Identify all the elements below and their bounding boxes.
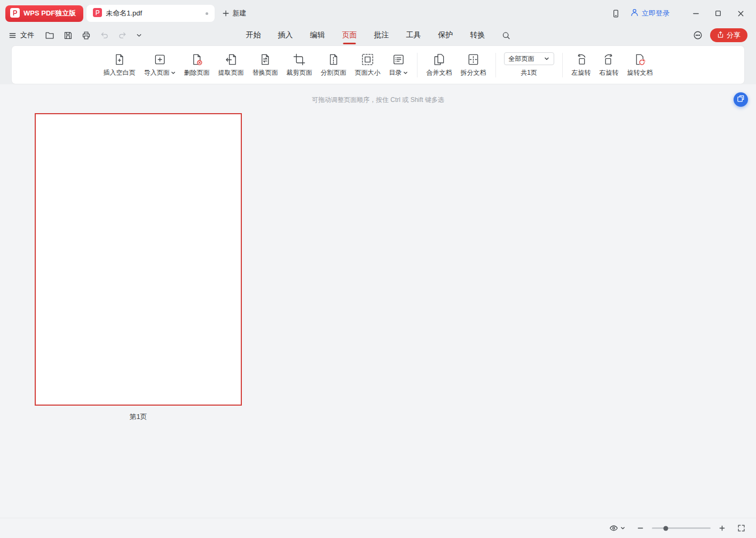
print-icon[interactable]: [82, 31, 91, 40]
tab-annotate[interactable]: 批注: [374, 28, 390, 42]
share-label: 分享: [727, 30, 741, 40]
menubar: 文件 开始 插入 编辑 页面: [0, 27, 756, 44]
undo-icon[interactable]: [100, 31, 109, 40]
ribbon-button-extract-pages[interactable]: 提取页面: [214, 50, 248, 80]
wps-pdf-logo-icon: [10, 8, 20, 19]
ribbon-button-replace-pages[interactable]: 替换页面: [248, 50, 282, 80]
extract-pages-icon: [224, 53, 238, 66]
tab-protect[interactable]: 保护: [438, 28, 454, 42]
app-window: WPS PDF独立版 未命名1.pdf 新建 立即登录: [0, 0, 756, 538]
person-icon: [630, 8, 639, 19]
ribbon-button-delete-pages[interactable]: 删除页面: [180, 50, 214, 80]
ribbon-button-import-pages[interactable]: 导入页面: [140, 50, 180, 80]
view-mode-button[interactable]: [609, 524, 625, 533]
page-range-group: 全部页面 共1页: [501, 52, 557, 77]
app-badge-label: WPS PDF独立版: [23, 9, 76, 18]
document-tab[interactable]: 未命名1.pdf: [86, 5, 215, 22]
minimize-button[interactable]: [688, 5, 704, 21]
zoom-slider-handle[interactable]: [664, 526, 668, 531]
document-tab-title: 未命名1.pdf: [106, 9, 202, 18]
drag-hint-text: 可拖动调整页面顺序，按住 Ctrl 或 Shift 键多选: [0, 96, 756, 105]
ribbon-divider: [562, 53, 563, 77]
ribbon-button-toc[interactable]: 目录: [385, 50, 412, 80]
ribbon-divider: [417, 53, 418, 77]
ribbon-button-rotate-left[interactable]: 左旋转: [568, 50, 595, 80]
page-thumbnail[interactable]: [35, 113, 242, 406]
page-size-icon: [361, 53, 374, 66]
rotate-right-icon: [602, 53, 616, 66]
ribbon-button-split-pages[interactable]: 分割页面: [317, 50, 351, 80]
close-button[interactable]: [733, 5, 749, 21]
more-settings-icon[interactable]: [693, 30, 703, 40]
share-button[interactable]: 分享: [710, 28, 747, 42]
zoom-out-icon[interactable]: [637, 525, 644, 532]
crop-pages-icon: [293, 53, 306, 66]
quick-toolbar: [45, 30, 142, 40]
merge-documents-icon: [432, 53, 446, 66]
ribbon-button-page-size[interactable]: 页面大小: [351, 50, 385, 80]
hamburger-icon: [9, 31, 17, 39]
redo-icon[interactable]: [118, 31, 127, 40]
ribbon-button-insert-blank-page[interactable]: 插入空白页: [99, 50, 140, 80]
split-documents-icon: [467, 53, 480, 66]
page-thumbnail-label: 第1页: [35, 412, 242, 422]
save-icon[interactable]: [64, 31, 73, 40]
statusbar: [0, 518, 756, 538]
login-label: 立即登录: [642, 9, 670, 18]
titlebar: WPS PDF独立版 未命名1.pdf 新建 立即登录: [0, 0, 756, 27]
zoom-controls: [637, 525, 726, 532]
maximize-button[interactable]: [710, 5, 726, 21]
new-tab-button[interactable]: 新建: [222, 9, 246, 18]
chevron-down-icon: [544, 56, 549, 61]
tab-insert[interactable]: 插入: [278, 28, 294, 42]
rotate-left-icon: [574, 53, 588, 66]
chevron-down-icon: [620, 526, 625, 531]
table-of-contents-icon: [392, 53, 405, 66]
panel-icon: [737, 94, 745, 105]
ribbon-divider: [495, 53, 496, 77]
share-icon: [717, 31, 724, 39]
unsaved-dot: [206, 12, 208, 15]
eye-icon: [609, 524, 618, 533]
app-badge[interactable]: WPS PDF独立版: [5, 5, 83, 22]
menu-tabs: 开始 插入 编辑 页面 批注 工具 保护 转换: [246, 28, 511, 42]
ribbon: 插入空白页 导入页面 删除页面 提取页面: [11, 45, 745, 84]
tab-edit[interactable]: 编辑: [310, 28, 326, 42]
ribbon-button-split-documents[interactable]: 拆分文档: [456, 50, 491, 80]
mobile-view-icon[interactable]: [611, 9, 620, 18]
new-tab-label: 新建: [232, 9, 246, 18]
zoom-in-icon[interactable]: [719, 525, 726, 532]
tab-convert[interactable]: 转换: [470, 28, 486, 42]
split-pages-icon: [327, 53, 340, 66]
ribbon-button-merge-documents[interactable]: 合并文档: [422, 50, 456, 80]
file-menu-label: 文件: [20, 30, 34, 40]
page-range-select[interactable]: 全部页面: [504, 52, 554, 65]
rotate-document-icon: [633, 53, 647, 66]
menubar-right: 分享: [693, 28, 747, 42]
tab-tools[interactable]: 工具: [406, 28, 422, 42]
ribbon-button-crop-pages[interactable]: 裁剪页面: [282, 50, 317, 80]
ribbon-button-rotate-document[interactable]: 旋转文档: [623, 50, 657, 80]
fullscreen-icon[interactable]: [737, 524, 745, 532]
page-organizer-canvas[interactable]: 可拖动调整页面顺序，按住 Ctrl 或 Shift 键多选 第1页: [0, 84, 756, 518]
toolbar-chevron-down-icon[interactable]: [136, 33, 142, 38]
tab-page[interactable]: 页面: [342, 28, 358, 42]
search-icon[interactable]: [502, 31, 511, 40]
ribbon-wrap: 插入空白页 导入页面 删除页面 提取页面: [0, 44, 756, 84]
file-menu-button[interactable]: 文件: [9, 30, 34, 40]
zoom-slider[interactable]: [652, 527, 711, 529]
ribbon-button-rotate-right[interactable]: 右旋转: [595, 50, 623, 80]
chevron-down-icon: [171, 70, 176, 75]
pdf-file-icon: [93, 8, 102, 19]
insert-blank-page-icon: [113, 53, 126, 66]
replace-pages-icon: [258, 53, 272, 66]
chevron-down-icon: [403, 70, 408, 75]
login-button[interactable]: 立即登录: [630, 8, 670, 19]
titlebar-right: 立即登录: [611, 5, 749, 21]
tab-start[interactable]: 开始: [246, 28, 262, 42]
open-folder-icon[interactable]: [45, 30, 54, 40]
delete-pages-icon: [190, 53, 203, 66]
plus-icon: [222, 10, 230, 17]
import-pages-icon: [153, 53, 167, 66]
floating-panel-button[interactable]: [734, 92, 748, 107]
